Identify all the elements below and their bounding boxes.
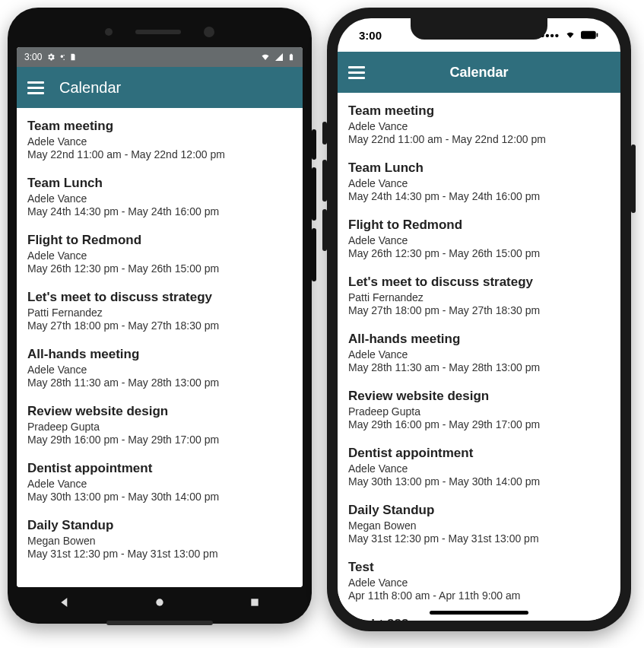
event-organizer: Adele Vance xyxy=(27,478,292,490)
ios-side-button xyxy=(322,122,327,145)
svg-rect-1 xyxy=(252,599,259,605)
android-side-button xyxy=(312,228,316,281)
event-list[interactable]: Team meetingAdele VanceMay 22nd 11:00 am… xyxy=(17,108,303,587)
event-time-range: May 22nd 11:00 am - May 22nd 12:00 pm xyxy=(348,133,610,145)
android-screen: 3:00 •: xyxy=(17,47,303,587)
event-organizer: Adele Vance xyxy=(348,577,610,589)
event-time-range: Apr 11th 8:00 am - Apr 11th 9:00 am xyxy=(348,589,610,602)
event-title: Daily Standup xyxy=(27,518,292,533)
event-title: Flight to Redmond xyxy=(348,218,610,233)
gear-icon xyxy=(46,52,56,62)
event-time-range: May 26th 12:30 pm - May 26th 15:00 pm xyxy=(27,262,292,275)
event-title: Team Lunch xyxy=(27,176,292,191)
menu-icon[interactable] xyxy=(27,81,44,94)
back-icon[interactable] xyxy=(59,596,71,608)
svg-rect-2 xyxy=(581,31,596,39)
wifi-icon xyxy=(564,30,576,40)
android-nav-bar xyxy=(17,587,303,618)
event-title: Test xyxy=(348,560,610,575)
home-indicator[interactable] xyxy=(430,611,528,615)
android-bezel xyxy=(17,17,303,47)
event-organizer: Adele Vance xyxy=(27,192,292,205)
event-item[interactable]: TestAdele VanceApr 11th 8:00 am - Apr 11… xyxy=(338,549,620,606)
dots-icon: •: xyxy=(60,52,65,62)
status-time: 3:00 xyxy=(359,29,382,42)
event-time-range: May 22nd 11:00 am - May 22nd 12:00 pm xyxy=(27,148,292,160)
event-item[interactable]: Team LunchAdele VanceMay 24th 14:30 pm -… xyxy=(17,165,303,222)
event-organizer: Patti Fernandez xyxy=(348,291,610,303)
event-item[interactable]: Team meetingAdele VanceMay 22nd 11:00 am… xyxy=(17,108,303,165)
event-time-range: May 31st 12:30 pm - May 31st 13:00 pm xyxy=(348,532,610,545)
android-side-button xyxy=(312,167,316,221)
app-bar: Calendar xyxy=(338,52,620,93)
event-time-range: May 29th 16:00 pm - May 29th 17:00 pm xyxy=(348,418,610,430)
recents-icon[interactable] xyxy=(249,596,261,608)
svg-rect-3 xyxy=(597,33,598,37)
event-time-range: May 27th 18:00 pm - May 27th 18:30 pm xyxy=(27,319,292,332)
event-time-range: May 30th 13:00 pm - May 30th 14:00 pm xyxy=(348,475,610,488)
battery-icon xyxy=(287,52,295,62)
event-organizer: Megan Bowen xyxy=(348,519,610,532)
event-title: Dentist appointment xyxy=(27,461,292,476)
event-time-range: May 30th 13:00 pm - May 30th 14:00 pm xyxy=(27,491,292,503)
event-item[interactable]: Review website designPradeep GuptaMay 29… xyxy=(338,378,620,435)
event-title: All-hands meeting xyxy=(348,332,610,347)
event-time-range: May 24th 14:30 pm - May 24th 16:00 pm xyxy=(27,205,292,218)
ios-side-button xyxy=(322,209,327,251)
event-organizer: Adele Vance xyxy=(348,348,610,361)
event-time-range: May 28th 11:30 am - May 28th 13:00 pm xyxy=(348,361,610,373)
event-organizer: Adele Vance xyxy=(27,249,292,262)
event-item[interactable]: Dentist appointmentAdele VanceMay 30th 1… xyxy=(17,450,303,507)
event-organizer: Adele Vance xyxy=(348,462,610,475)
event-organizer: Adele Vance xyxy=(348,177,610,189)
svg-point-0 xyxy=(156,599,163,605)
event-item[interactable]: Flight to RedmondAdele VanceMay 26th 12:… xyxy=(17,222,303,279)
event-title: Team Lunch xyxy=(348,160,610,176)
event-item[interactable]: Team meetingAdele VanceMay 22nd 11:00 am… xyxy=(338,93,620,150)
event-title: Review website design xyxy=(348,389,610,404)
ios-screen: 3:00 •••• Calendar Team meetingAdele Van… xyxy=(338,18,620,621)
app-title: Calendar xyxy=(59,79,121,97)
android-device-frame: 3:00 •: xyxy=(8,8,312,624)
event-title: All-hands meeting xyxy=(27,347,292,362)
event-title: Flight to Redmond xyxy=(27,233,292,248)
event-organizer: Adele Vance xyxy=(27,364,292,376)
event-organizer: Patti Fernandez xyxy=(27,307,292,319)
home-icon[interactable] xyxy=(154,596,166,608)
event-list[interactable]: Team meetingAdele VanceMay 22nd 11:00 am… xyxy=(338,93,620,621)
event-organizer: Adele Vance xyxy=(348,120,610,132)
event-title: Team meeting xyxy=(348,103,610,119)
event-time-range: May 28th 11:30 am - May 28th 13:00 pm xyxy=(27,376,292,389)
ios-side-button xyxy=(322,160,327,202)
event-organizer: Adele Vance xyxy=(348,234,610,246)
signal-icon xyxy=(274,52,284,62)
event-time-range: May 31st 12:30 pm - May 31st 13:00 pm xyxy=(27,548,292,560)
event-time-range: May 24th 14:30 pm - May 24th 16:00 pm xyxy=(348,190,610,202)
event-title: Review website design xyxy=(27,404,292,419)
event-item[interactable]: All-hands meetingAdele VanceMay 28th 11:… xyxy=(338,321,620,378)
event-item[interactable]: Daily StandupMegan BowenMay 31st 12:30 p… xyxy=(338,492,620,549)
event-title: Let's meet to discuss strategy xyxy=(348,275,610,290)
event-item[interactable]: Let's meet to discuss strategyPatti Fern… xyxy=(338,264,620,321)
status-time: 3:00 xyxy=(24,52,42,62)
event-item[interactable]: All-hands meetingAdele VanceMay 28th 11:… xyxy=(17,336,303,393)
event-item[interactable]: Review website designPradeep GuptaMay 29… xyxy=(17,393,303,450)
event-title: Let's meet to discuss strategy xyxy=(27,290,292,305)
event-item[interactable]: Let's meet to discuss strategyPatti Fern… xyxy=(17,279,303,336)
event-title: Team meeting xyxy=(27,119,292,134)
ios-notch xyxy=(411,18,547,40)
event-organizer: Pradeep Gupta xyxy=(348,405,610,418)
android-chin xyxy=(106,621,213,625)
event-organizer: Adele Vance xyxy=(27,135,292,148)
app-bar: Calendar xyxy=(17,67,303,108)
battery-icon xyxy=(581,30,599,40)
event-item[interactable]: Dentist appointmentAdele VanceMay 30th 1… xyxy=(338,435,620,492)
event-item[interactable]: Team LunchAdele VanceMay 24th 14:30 pm -… xyxy=(338,150,620,207)
event-item[interactable]: Daily StandupMegan BowenMay 31st 12:30 p… xyxy=(17,507,303,564)
event-item[interactable]: Flight to RedmondAdele VanceMay 26th 12:… xyxy=(338,207,620,264)
event-time-range: May 27th 18:00 pm - May 27th 18:30 pm xyxy=(348,304,610,316)
app-title: Calendar xyxy=(338,65,620,81)
menu-icon[interactable] xyxy=(348,66,365,79)
event-time-range: May 29th 16:00 pm - May 29th 17:00 pm xyxy=(27,434,292,446)
wifi-icon xyxy=(260,52,271,62)
